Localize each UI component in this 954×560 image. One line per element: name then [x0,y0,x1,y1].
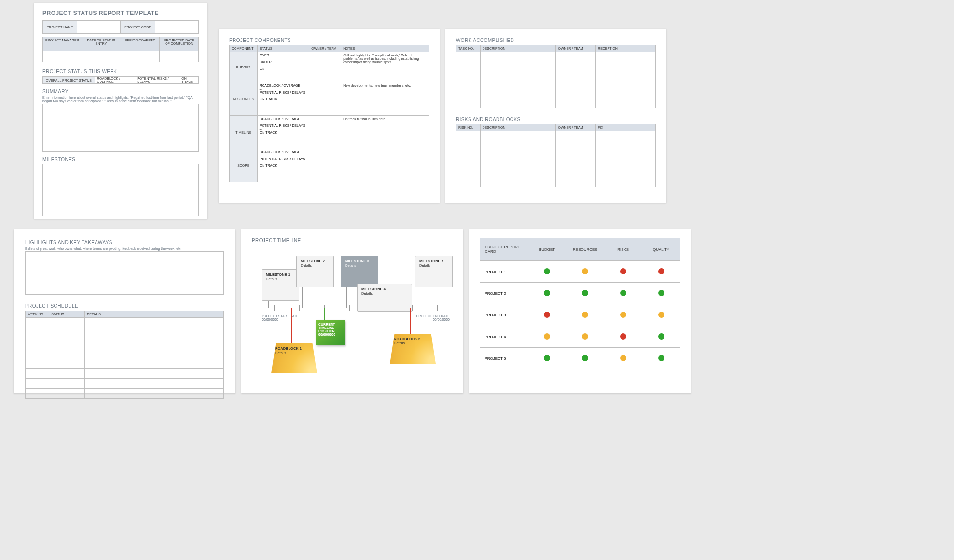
table-row: PROJECT 3 [480,304,680,326]
status-dot-cell [566,304,604,326]
report-card-table: PROJECT REPORT CARD BUDGET RESOURCES RIS… [480,238,680,369]
section-summary: SUMMARY [42,89,199,94]
status-legend: ROADBLOCK / OVERAGE | POTENTIAL RISKS / … [95,77,198,83]
header-owner-team: OWNER / TEAM [309,45,341,52]
status-dot-icon [620,268,626,274]
status-dot-icon [582,268,588,274]
legend-roadblock: ROADBLOCK / OVERAGE | [97,77,133,83]
status-dot-cell [642,348,680,369]
status-dot-icon [620,312,626,318]
status-dot-cell [566,261,604,283]
status-dot-cell [528,304,566,326]
status-dot-icon [582,333,588,340]
milestone-5-card: MILESTONE 5Details [415,256,453,287]
label-project-code: PROJECT CODE [121,21,155,34]
current-position-card: CURRENT TIMELINE POSITION 00/00/0000 [316,320,345,345]
cell-timeline: TIMELINE [230,116,258,149]
label-project-name: PROJECT NAME [43,21,77,34]
status-dot-icon [658,312,664,318]
status-dot-icon [582,355,588,361]
table-row: PROJECT 4 [480,326,680,348]
table-row: PROJECT 5 [480,348,680,369]
roadblock-1-card: ROADBLOCK 1Details [271,343,317,373]
summary-box[interactable] [42,104,199,152]
page-highlights-schedule: HIGHLIGHTS AND KEY TAKEAWAYS Bullets of … [14,229,235,393]
status-dot-cell [528,283,566,304]
header-period-covered: PERIOD COVERED [121,37,160,51]
header-risk-no: RISK NO. [456,124,481,131]
status-dot-cell [604,261,642,283]
milestone-4-card: MILESTONE 4Details [357,284,412,312]
status-dot-cell [528,348,566,369]
end-label: PROJECT END DATE00/00/0000 [411,314,450,321]
status-dot-cell [566,348,604,369]
status-dot-cell [604,283,642,304]
section-risks-title: RISKS AND ROADBLOCKS [456,117,656,122]
header-budget: BUDGET [528,238,566,261]
header-notes: NOTES [341,45,429,52]
header-description: DESCRIPTION [480,45,556,52]
milestones-box[interactable] [42,164,199,216]
cell-budget-notes: Call out highlights: 'Exceptional work,'… [341,52,429,82]
summary-hint: Enter information here about overall sta… [42,96,199,103]
page-project-timeline: PROJECT TIMELINE PROJECT START DATE00/00… [241,229,463,393]
legend-risks: POTENTIAL RISKS / DELAYS | [137,77,178,83]
timeline-area: PROJECT START DATE00/00/0000 PROJECT END… [252,245,453,380]
status-dot-cell [604,304,642,326]
section-milestones: MILESTONES [42,157,199,162]
header-resources: RESOURCES [566,238,604,261]
status-dot-cell [528,326,566,348]
section-schedule-title: PROJECT SCHEDULE [25,303,224,309]
status-dot-cell [604,348,642,369]
status-dot-cell [642,283,680,304]
header-owner-team: OWNER / TEAM [556,45,596,52]
table-row: PROJECT 2 [480,283,680,304]
header-status: STATUS [49,311,85,318]
status-dot-icon [658,268,664,274]
start-label: PROJECT START DATE00/00/0000 [262,314,300,321]
page-title: PROJECT STATUS REPORT TEMPLATE [42,10,199,16]
project-name-cell: PROJECT 2 [480,283,528,304]
table-row: PROJECT 1 [480,261,680,283]
status-dot-icon [658,333,664,340]
status-dot-icon [544,312,550,318]
status-dot-cell [642,304,680,326]
header-fix: FIX [596,124,656,131]
status-dot-icon [544,333,550,340]
page-work-accomplished: WORK ACCOMPLISHED TASK NO. DESCRIPTION O… [445,29,666,203]
status-dot-cell [604,326,642,348]
section-highlights-title: HIGHLIGHTS AND KEY TAKEAWAYS [25,240,224,245]
legend-on-track: ON TRACK [181,77,196,83]
status-dot-cell [566,326,604,348]
header-details: DETAILS [85,311,224,318]
milestone-2-card: MILESTONE 2Details [296,256,334,287]
milestone-3-card: MILESTONE 3Details [341,256,378,287]
header-project-report-card: PROJECT REPORT CARD [480,238,528,261]
page-project-components: PROJECT COMPONENTS COMPONENT STATUS OWNE… [219,29,440,203]
header-component: COMPONENT [230,45,258,52]
status-dot-cell [566,283,604,304]
status-dot-icon [544,355,550,361]
section-title: PROJECT TIMELINE [252,238,453,243]
cell-budget-status: OVER – UNDER – ON [257,52,309,82]
status-dot-icon [582,290,588,296]
cell-timeline-notes: On track to final launch date [341,116,429,149]
header-reception: RECEPTION [596,45,656,52]
page-report-card: PROJECT REPORT CARD BUDGET RESOURCES RIS… [469,229,691,393]
project-name-cell: PROJECT 3 [480,304,528,326]
cell-scope: SCOPE [230,149,258,182]
label-overall-status: OVERALL PROJECT STATUS [43,77,95,83]
header-project-manager: PROJECT MANAGER [43,37,82,51]
header-owner-team-2: OWNER / TEAM [556,124,596,131]
status-dot-cell [642,326,680,348]
status-dot-icon [620,333,626,340]
section-title: PROJECT COMPONENTS [229,38,429,43]
header-projected-completion: PROJECTED DATE OF COMPLETION [160,37,199,51]
highlights-box[interactable] [25,251,224,295]
section-work-title: WORK ACCOMPLISHED [456,38,656,43]
cell-resources-notes: New developments, new team members, etc. [341,82,429,116]
page-status-report: PROJECT STATUS REPORT TEMPLATE PROJECT N… [34,3,207,219]
header-task-no: TASK NO. [456,45,481,52]
header-risks: RISKS [604,238,642,261]
status-dot-icon [658,355,664,361]
